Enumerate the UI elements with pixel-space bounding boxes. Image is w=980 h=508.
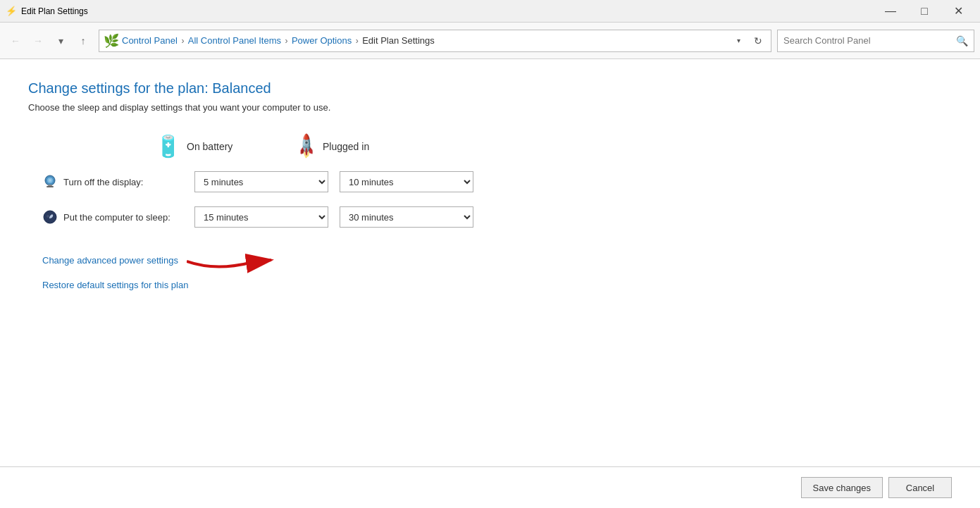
page-title: Change settings for the plan: Balanced bbox=[28, 80, 952, 97]
window-icon: ⚡ bbox=[6, 6, 17, 17]
advanced-settings-label: Change advanced power settings bbox=[42, 255, 178, 266]
sleep-plugged-select[interactable]: 1 minute 2 minutes 5 minutes 10 minutes … bbox=[340, 206, 473, 228]
battery-icon: 🔋 bbox=[155, 134, 181, 159]
battery-column-label: On battery bbox=[187, 141, 232, 152]
svg-rect-3 bbox=[48, 185, 52, 186]
nav-bar: ← → ▾ ↑ 🌿 Control Panel › All Control Pa… bbox=[0, 23, 980, 59]
display-setting-label: Turn off the display: bbox=[63, 177, 143, 187]
window-title: Edit Plan Settings bbox=[21, 6, 874, 16]
display-label-area: Turn off the display: bbox=[42, 174, 183, 190]
bottom-bar: Save changes Cancel bbox=[0, 467, 980, 508]
sleep-setting-row: Put the computer to sleep: 1 minute 2 mi… bbox=[42, 206, 952, 228]
settings-grid: Turn off the display: 1 minute 2 minutes… bbox=[42, 171, 952, 228]
search-icon: 🔍 bbox=[956, 35, 968, 47]
sleep-icon bbox=[42, 209, 58, 225]
svg-point-2 bbox=[49, 179, 51, 182]
display-setting-row: Turn off the display: 1 minute 2 minutes… bbox=[42, 171, 952, 192]
battery-column-header: 🔋 On battery bbox=[155, 134, 296, 159]
search-bar: 🔍 bbox=[777, 30, 974, 52]
refresh-button[interactable]: ↻ bbox=[750, 30, 767, 51]
cancel-button[interactable]: Cancel bbox=[888, 477, 952, 498]
plugged-column-header: 🚀 Plugged in bbox=[296, 137, 437, 156]
advanced-settings-link[interactable]: Change advanced power settings bbox=[42, 249, 952, 274]
minimize-button[interactable]: — bbox=[874, 0, 907, 23]
up-button[interactable]: ↑ bbox=[73, 31, 93, 51]
main-content: Change settings for the plan: Balanced C… bbox=[0, 59, 980, 508]
address-dropdown-button[interactable]: ▾ bbox=[730, 30, 747, 51]
dropdown-button[interactable]: ▾ bbox=[51, 31, 70, 51]
display-plugged-select[interactable]: 1 minute 2 minutes 5 minutes 10 minutes … bbox=[340, 171, 473, 192]
window-controls: — □ ✕ bbox=[874, 0, 974, 23]
address-icon: 🌿 bbox=[104, 33, 119, 49]
sleep-setting-label: Put the computer to sleep: bbox=[63, 212, 170, 223]
back-button[interactable]: ← bbox=[6, 31, 25, 51]
sleep-battery-select[interactable]: 1 minute 2 minutes 5 minutes 10 minutes … bbox=[194, 206, 328, 228]
address-text: Control Panel › All Control Panel Items … bbox=[122, 35, 727, 46]
maximize-button[interactable]: □ bbox=[908, 0, 941, 23]
breadcrumb-all-items[interactable]: All Control Panel Items bbox=[188, 35, 281, 46]
pluggedin-icon: 🚀 bbox=[292, 132, 321, 161]
svg-rect-4 bbox=[46, 186, 54, 187]
column-headers: 🔋 On battery 🚀 Plugged in bbox=[155, 134, 952, 159]
display-icon bbox=[42, 174, 58, 190]
breadcrumb-sep-3: › bbox=[356, 36, 361, 46]
forward-button[interactable]: → bbox=[28, 31, 48, 51]
save-changes-button[interactable]: Save changes bbox=[801, 477, 883, 498]
svg-point-6 bbox=[46, 215, 49, 218]
breadcrumb-current: Edit Plan Settings bbox=[362, 35, 435, 46]
address-bar: 🌿 Control Panel › All Control Panel Item… bbox=[99, 30, 771, 52]
content-area: Change settings for the plan: Balanced C… bbox=[0, 59, 980, 466]
breadcrumb-sep-2: › bbox=[285, 36, 290, 46]
sleep-label-area: Put the computer to sleep: bbox=[42, 209, 183, 225]
title-bar: ⚡ Edit Plan Settings — □ ✕ bbox=[0, 0, 980, 23]
breadcrumb-sep-1: › bbox=[181, 36, 186, 46]
close-button[interactable]: ✕ bbox=[942, 0, 974, 23]
breadcrumb-power-options[interactable]: Power Options bbox=[292, 35, 352, 46]
page-subtitle: Choose the sleep and display settings th… bbox=[28, 102, 952, 113]
links-area: Change advanced power settings Restore d… bbox=[42, 249, 952, 290]
red-arrow bbox=[187, 249, 278, 274]
breadcrumb-control-panel[interactable]: Control Panel bbox=[122, 35, 178, 46]
search-input[interactable] bbox=[783, 35, 953, 46]
restore-defaults-link[interactable]: Restore default settings for this plan bbox=[42, 280, 952, 290]
plugged-column-label: Plugged in bbox=[323, 141, 369, 152]
display-battery-select[interactable]: 1 minute 2 minutes 3 minutes 5 minutes 1… bbox=[194, 171, 328, 192]
